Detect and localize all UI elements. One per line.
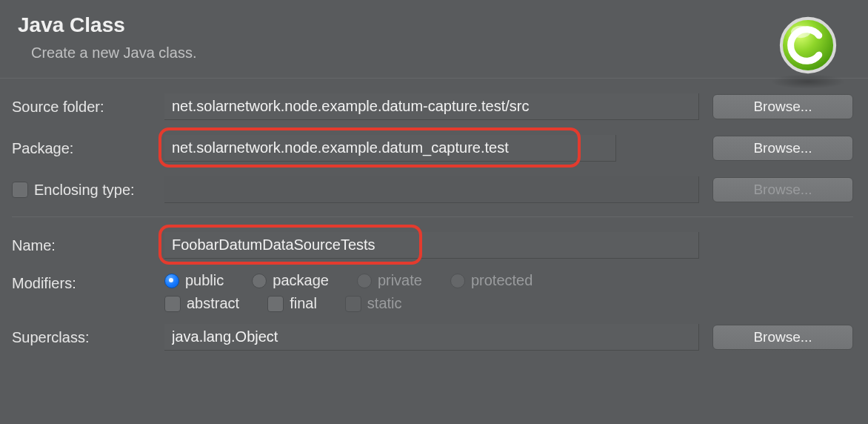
check-static-label: static <box>367 295 402 312</box>
icon-shadow <box>770 74 846 89</box>
radio-package-wrap[interactable]: package <box>252 272 329 289</box>
row-modifiers: Modifiers: public package private protec… <box>12 272 853 312</box>
radio-public-wrap[interactable]: public <box>164 272 224 289</box>
radio-private <box>357 274 372 288</box>
radio-protected <box>450 274 465 288</box>
class-icon <box>778 15 838 76</box>
package-input[interactable] <box>164 135 616 162</box>
label-package: Package: <box>12 140 164 157</box>
radio-private-wrap: private <box>357 272 422 289</box>
radio-private-label: private <box>378 272 422 289</box>
radio-protected-label: protected <box>471 272 533 289</box>
browse-package-button[interactable]: Browse... <box>712 136 853 161</box>
dialog-header: Java Class Create a new Java class. <box>0 0 868 78</box>
label-name: Name: <box>12 237 164 254</box>
row-enclosing-type: Enclosing type: Browse... <box>12 175 853 205</box>
enclosing-type-checkbox[interactable] <box>12 182 28 198</box>
browse-superclass-button[interactable]: Browse... <box>712 325 853 350</box>
check-static <box>345 296 361 312</box>
dialog-subtitle: Create a new Java class. <box>31 44 850 62</box>
radio-protected-wrap: protected <box>450 272 533 289</box>
label-superclass: Superclass: <box>12 329 164 346</box>
check-abstract-label: abstract <box>187 295 239 312</box>
browse-source-folder-button[interactable]: Browse... <box>712 94 853 119</box>
access-modifier-group: public package private protected <box>164 272 712 289</box>
row-name: Name: <box>12 231 853 260</box>
check-static-wrap: static <box>345 295 402 312</box>
radio-public[interactable] <box>164 274 179 288</box>
enclosing-type-input <box>164 176 699 203</box>
row-superclass: Superclass: Browse... <box>12 322 853 352</box>
form-area: Source folder: Browse... Package: Browse… <box>0 79 868 352</box>
label-source-folder: Source folder: <box>12 99 164 116</box>
source-folder-input[interactable] <box>164 93 699 120</box>
flag-modifier-group: abstract final static <box>164 295 712 312</box>
dialog-title: Java Class <box>18 13 850 37</box>
section-divider <box>12 216 853 217</box>
check-final-label: final <box>290 295 317 312</box>
check-abstract-wrap[interactable]: abstract <box>164 295 239 312</box>
check-abstract[interactable] <box>164 296 181 312</box>
superclass-input[interactable] <box>164 324 699 351</box>
browse-enclosing-type-button: Browse... <box>712 177 853 202</box>
name-input[interactable] <box>164 232 699 259</box>
label-enclosing-type: Enclosing type: <box>34 182 135 199</box>
check-final-wrap[interactable]: final <box>267 295 317 312</box>
radio-package[interactable] <box>252 274 267 288</box>
radio-package-label: package <box>273 272 329 289</box>
radio-public-label: public <box>185 272 224 289</box>
check-final[interactable] <box>267 296 284 312</box>
label-modifiers: Modifiers: <box>12 272 164 292</box>
row-source-folder: Source folder: Browse... <box>12 92 853 122</box>
row-package: Package: Browse... <box>12 133 853 163</box>
